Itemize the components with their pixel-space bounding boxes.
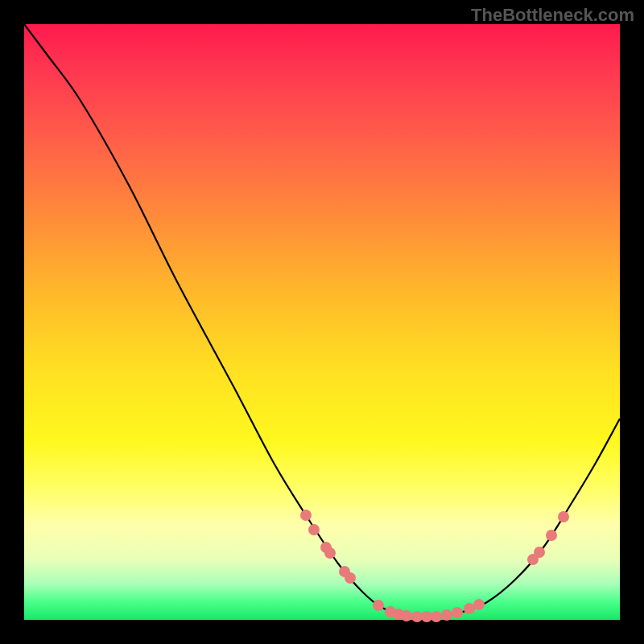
data-marker (558, 511, 569, 522)
data-marker (308, 524, 320, 535)
chart-plot-area (24, 24, 620, 620)
data-marker (452, 607, 463, 618)
data-marker (421, 611, 432, 622)
data-marker (431, 611, 442, 622)
bottleneck-curve (24, 24, 620, 617)
watermark-text: TheBottleneck.com (471, 5, 634, 26)
data-marker (441, 609, 452, 621)
data-marker (534, 547, 545, 558)
data-marker (345, 572, 356, 584)
data-marker (464, 603, 475, 614)
data-marker (373, 600, 384, 611)
data-marker (324, 547, 336, 559)
data-marker (473, 599, 485, 610)
data-marker (300, 510, 312, 521)
chart-svg (24, 24, 620, 620)
data-marker (546, 530, 557, 541)
data-marker (411, 611, 423, 622)
data-marker (401, 610, 412, 621)
